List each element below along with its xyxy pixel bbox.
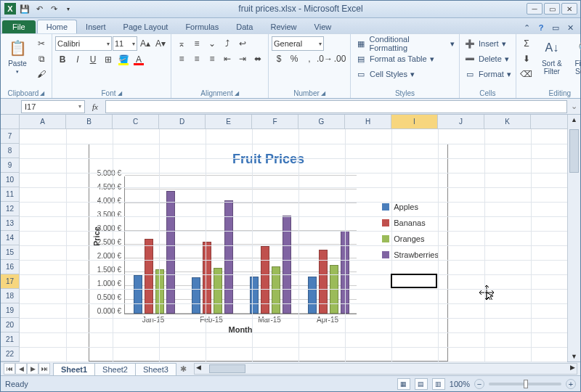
tab-review[interactable]: Review [261,20,305,33]
row-header[interactable]: 18 [1,289,19,303]
tab-file[interactable]: File [2,20,36,33]
row-header[interactable]: 13 [1,216,19,231]
percent-format-icon[interactable]: % [287,52,301,66]
number-format-combo[interactable]: General▾ [272,36,324,51]
format-painter-icon[interactable]: 🖌 [34,67,49,81]
increase-decimal-icon[interactable]: .0→ [317,52,332,66]
tab-data[interactable]: Data [227,20,261,33]
workbook-restore-icon[interactable]: ▭ [550,22,561,33]
minimize-button[interactable]: ─ [527,3,543,15]
view-page-break-icon[interactable]: ▥ [432,378,445,390]
format-cells-button[interactable]: ▭Format ▾ [463,67,513,81]
orientation-icon[interactable]: ⤴ [220,36,235,51]
select-all-triangle[interactable] [1,115,20,129]
align-center-icon[interactable]: ≡ [190,52,204,66]
save-icon[interactable]: 💾 [18,2,31,15]
comma-format-icon[interactable]: , [302,52,317,66]
horizontal-scrollbar[interactable]: ◀ ▶ [194,363,577,375]
clear-icon[interactable]: ⌫ [519,67,534,81]
align-bottom-icon[interactable]: ⌄ [205,36,219,51]
column-header[interactable]: B [66,115,113,128]
row-header[interactable]: 7 [1,129,19,144]
horizontal-scroll-thumb[interactable] [209,364,245,373]
delete-cells-button[interactable]: ➖Delete ▾ [463,52,513,66]
sheet-nav-next-icon[interactable]: ▶ [27,363,38,375]
merge-center-icon[interactable]: ⬌ [251,52,265,66]
row-header[interactable]: 16 [1,260,19,274]
undo-icon[interactable]: ↶ [33,2,46,15]
tab-page-layout[interactable]: Page Layout [115,20,177,33]
zoom-in-button[interactable]: + [566,379,576,389]
row-header[interactable]: 15 [1,245,19,260]
view-page-layout-icon[interactable]: ▤ [415,378,428,390]
fill-color-icon[interactable]: 🪣 [116,52,131,67]
row-header[interactable]: 20 [1,318,19,332]
redo-icon[interactable]: ↷ [47,2,60,15]
formula-bar[interactable] [105,100,567,113]
paste-button[interactable]: 📋 Paste ▾ [4,36,31,75]
wrap-text-icon[interactable]: ↩ [235,36,250,51]
format-as-table-button[interactable]: ▤Format as Table ▾ [354,52,456,66]
decrease-indent-icon[interactable]: ⇤ [220,52,235,66]
font-color-icon[interactable]: A [131,52,146,67]
sheet-nav-last-icon[interactable]: ⏭ [38,363,50,375]
align-left-icon[interactable]: ≡ [174,52,189,66]
underline-icon[interactable]: U [86,52,100,67]
align-top-icon[interactable]: ⌅ [174,36,189,51]
row-header[interactable]: 11 [1,187,19,202]
font-name-combo[interactable]: Calibri▾ [55,36,112,51]
name-box[interactable]: I17▾ [21,100,85,113]
grow-font-icon[interactable]: A▴ [138,36,153,51]
row-header[interactable]: 10 [1,173,19,187]
embedded-chart[interactable]: Fruit Prices Price 0.000 €0.500 €1.000 €… [89,144,448,362]
column-header[interactable]: F [252,115,298,128]
close-button[interactable]: ✕ [561,3,577,15]
row-headers[interactable]: 78910111213141516171819202122 [1,115,20,362]
increase-indent-icon[interactable]: ⇥ [235,52,250,66]
column-header[interactable]: D [159,115,206,128]
row-header[interactable]: 21 [1,332,19,347]
border-icon[interactable]: ⊞ [101,52,115,67]
cut-icon[interactable]: ✂ [34,36,49,51]
vertical-scroll-thumb[interactable] [569,129,579,173]
align-right-icon[interactable]: ≡ [205,52,219,66]
tab-home[interactable]: Home [37,20,77,33]
column-header[interactable]: I [391,115,438,128]
column-header[interactable]: C [113,115,159,128]
accounting-format-icon[interactable]: $ [272,52,286,66]
zoom-slider[interactable] [489,383,561,385]
column-header[interactable]: J [438,115,484,128]
sheet-nav-prev-icon[interactable]: ◀ [15,363,27,375]
sort-filter-button[interactable]: A↓ Sort & Filter [537,36,567,75]
column-header[interactable]: G [298,115,345,128]
row-header[interactable]: 14 [1,231,19,245]
insert-cells-button[interactable]: ➕Insert ▾ [463,36,513,51]
bold-icon[interactable]: B [55,52,70,67]
sheet-nav-first-icon[interactable]: ⏮ [4,363,15,375]
conditional-formatting-button[interactable]: ▦Conditional Formatting ▾ [354,36,456,51]
fx-icon[interactable]: fx [85,102,105,111]
new-sheet-icon[interactable]: ✱ [176,364,191,374]
column-headers[interactable]: ABCDEFGHIJK [20,115,567,129]
column-header[interactable]: K [484,115,531,128]
shrink-font-icon[interactable]: A▾ [153,36,168,51]
sheet-tab[interactable]: Sheet3 [135,363,176,375]
cell-styles-button[interactable]: ▭Cell Styles ▾ [354,67,456,81]
column-header[interactable]: E [206,115,252,128]
expand-formula-bar-icon[interactable]: ⌄ [567,102,580,111]
row-header[interactable]: 19 [1,303,19,318]
font-size-combo[interactable]: 11▾ [113,36,137,51]
vertical-scrollbar[interactable]: ▲ ▼ [567,115,580,362]
qat-customize-icon[interactable]: ▾ [62,2,75,15]
zoom-out-button[interactable]: − [474,379,484,389]
worksheet-grid[interactable]: ABCDEFGHIJK 7891011121314151617181920212… [1,115,580,362]
minimize-ribbon-icon[interactable]: ⌃ [521,22,532,33]
decrease-decimal-icon[interactable]: .00 [333,52,347,66]
row-header[interactable]: 22 [1,347,19,362]
tab-insert[interactable]: Insert [77,20,115,33]
help-icon[interactable]: ? [535,22,547,33]
column-header[interactable]: A [20,115,66,128]
tab-view[interactable]: View [306,20,341,33]
column-header[interactable]: H [345,115,391,128]
zoom-percent[interactable]: 100% [450,380,470,388]
